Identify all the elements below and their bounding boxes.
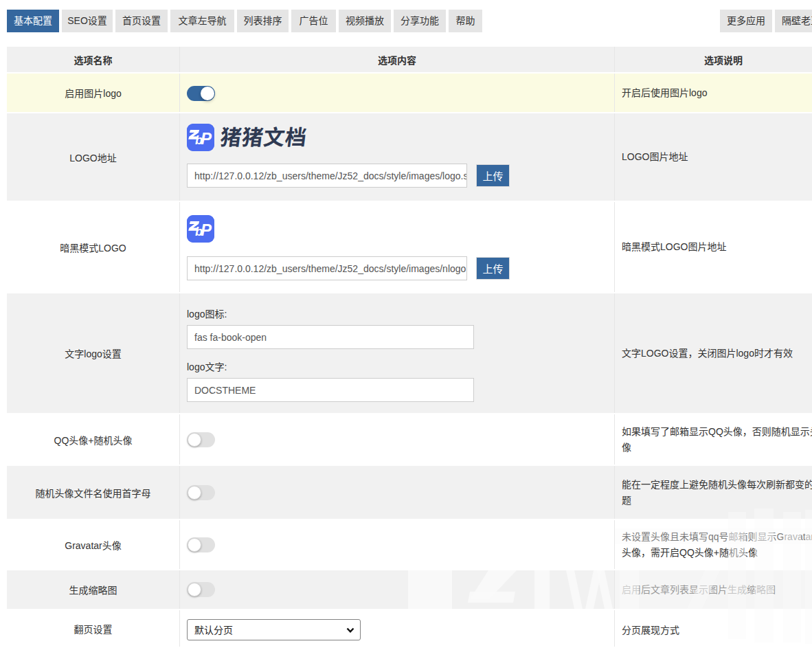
svg-text:P: P xyxy=(201,221,212,239)
svg-text:P: P xyxy=(201,129,212,147)
